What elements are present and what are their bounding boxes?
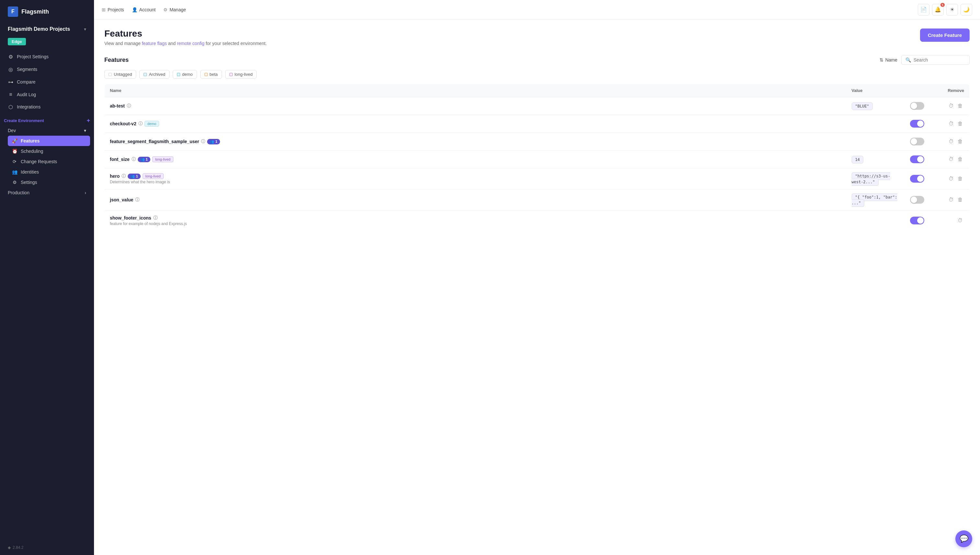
project-header[interactable]: Flagsmith Demo Projects ▾ [0,23,94,38]
hero-long-lived-tag[interactable]: long-lived [143,173,164,179]
hero-name[interactable]: hero [110,173,119,179]
show-footer-info-icon[interactable]: ⓘ [153,215,158,221]
sidebar-item-settings[interactable]: ⚙ Settings [8,177,90,188]
filter-tag-untagged[interactable]: Untagged [105,70,136,79]
production-env-label: Production [8,190,29,195]
json-value-delete-icon[interactable]: 🗑 [956,196,964,204]
segment-feature-toggle[interactable] [910,138,924,145]
sidebar-item-scheduling-label: Scheduling [21,149,43,154]
show-footer-name[interactable]: show_footer_icons [110,215,151,220]
ab-test-delete-icon[interactable]: 🗑 [956,102,964,110]
topnav-manage[interactable]: ⚙ Manage [163,6,186,14]
sidebar-app-name: Flagsmith [21,8,49,15]
topnav-account[interactable]: 👤 Account [132,6,156,14]
filter-tag-long-lived[interactable]: long-lived [225,70,257,79]
chat-button[interactable]: 💬 [955,530,972,547]
sidebar-item-scheduling[interactable]: ⏰ Scheduling [8,146,90,156]
features-table: Name Value Remove ab-test ⓘ [105,84,970,231]
show-footer-toggle[interactable] [910,217,924,225]
hero-actions-cell: ⏱ 🗑 [931,168,970,189]
ab-test-toggle[interactable] [910,102,924,110]
font-size-toggle-cell [905,151,931,168]
production-env-item[interactable]: Production › [4,188,90,198]
json-value-history-icon[interactable]: ⏱ [947,196,955,204]
json-value-toggle[interactable] [910,196,924,204]
json-value-info-icon[interactable]: ⓘ [135,197,139,203]
sidebar-item-compare[interactable]: ⊶ Compare [4,76,90,88]
sidebar-item-change-requests[interactable]: ⟳ Change Requests [8,156,90,167]
env-badge[interactable]: Edge [0,38,94,51]
font-size-segment-badge[interactable]: 👥 1 [138,157,150,162]
hero-delete-icon[interactable]: 🗑 [956,175,964,183]
font-size-delete-icon[interactable]: 🗑 [956,155,964,164]
segment-feature-badge[interactable]: 👥 1 [207,139,220,144]
notifications-button[interactable]: 🔔 5 [932,4,944,16]
font-size-history-icon[interactable]: ⏱ [947,155,955,164]
checkout-v2-name[interactable]: checkout-v2 [110,121,137,126]
feature-flags-link[interactable]: feature flags [142,41,167,46]
font-size-name[interactable]: font_size [110,157,130,162]
topnav-projects[interactable]: ⊞ Projects [102,6,124,14]
segment-feature-delete-icon[interactable]: 🗑 [956,137,964,146]
checkout-v2-toggle[interactable] [910,120,924,128]
filter-tag-demo[interactable]: demo [173,70,197,79]
show-footer-description: feature for example of nodejs and Expres… [110,221,841,226]
checkout-v2-demo-tag[interactable]: demo [145,121,159,127]
ab-test-name[interactable]: ab-test [110,103,125,109]
search-input[interactable] [914,57,966,63]
sidebar-item-segments[interactable]: ◎ Segments [4,63,90,76]
checkout-v2-delete-icon[interactable]: 🗑 [956,119,964,128]
dev-env-sub-items: 🚀 Features ⏰ Scheduling ⟳ Change Request… [4,136,90,188]
dev-env-item[interactable]: Dev ▾ [4,125,90,136]
table-row: ab-test ⓘ "BLUE" ⏱ [105,97,970,115]
feature-name: font_size ⓘ 👥 1 long-lived [110,156,841,162]
hero-segment-badge[interactable]: 👥 1 [128,173,140,179]
ab-test-actions-cell: ⏱ 🗑 [931,97,970,115]
sidebar-item-identities[interactable]: 👥 Identities [8,167,90,177]
ab-test-history-icon[interactable]: ⏱ [947,102,955,110]
ab-test-info-icon[interactable]: ⓘ [127,103,131,109]
integrations-icon: ⬡ [8,104,14,110]
hero-info-icon[interactable]: ⓘ [122,173,126,179]
features-icon: 🚀 [12,138,18,143]
create-environment-section[interactable]: Create Environment + [0,113,94,125]
json-value-name[interactable]: json_value [110,197,133,202]
sun-icon: ☀ [950,6,954,13]
sidebar-item-integrations[interactable]: ⬡ Integrations [4,101,90,113]
topnav-right: 📄 🔔 5 ☀ 🌙 [918,4,972,16]
theme-dark-button[interactable]: 🌙 [961,4,972,16]
doc-button[interactable]: 📄 [918,4,929,16]
sidebar-item-features[interactable]: 🚀 Features [8,136,90,146]
checkout-v2-info-icon[interactable]: ⓘ [138,121,143,127]
font-size-toggle-knob [917,156,924,162]
font-size-info-icon[interactable]: ⓘ [132,156,136,162]
font-size-toggle[interactable] [910,156,924,163]
hero-history-icon[interactable]: ⏱ [947,175,955,183]
long-lived-label: long-lived [235,72,253,77]
segment-feature-toggle-cell [905,133,931,151]
filter-tag-archived[interactable]: Archived [139,70,169,79]
filter-tag-beta[interactable]: beta [200,70,222,79]
sidebar-logo[interactable]: F Flagsmith [0,0,94,23]
segment-feature-info-icon[interactable]: ⓘ [201,139,205,144]
remote-config-link[interactable]: remote config [177,41,204,46]
hero-value-cell: "https://s3-us-west-2..." [846,168,905,189]
show-footer-history-icon[interactable]: ⏱ [956,216,964,225]
create-feature-button[interactable]: Create Feature [920,29,970,42]
segment-feature-history-icon[interactable]: ⏱ [947,137,955,146]
sidebar-item-audit-log[interactable]: ≡ Audit Log [4,88,90,101]
sidebar-item-project-settings[interactable]: ⚙ Project Settings [4,51,90,63]
checkout-v2-history-icon[interactable]: ⏱ [947,119,955,128]
hero-toggle[interactable] [910,175,924,183]
theme-light-button[interactable]: ☀ [946,4,958,16]
segment-feature-actions: ⏱ 🗑 [936,137,964,146]
logo-icon: F [8,6,18,17]
features-controls: ⇅ Name 🔍 [880,55,970,65]
account-user-icon: 👤 [132,7,137,12]
segment-feature-name[interactable]: feature_segment_flagsmith_sample_user [110,139,199,144]
sidebar-item-features-label: Features [21,138,40,143]
show-footer-actions: ⏱ [936,216,964,225]
sort-control[interactable]: ⇅ Name [880,57,897,63]
ab-test-toggle-knob [911,103,917,109]
font-size-long-lived-tag[interactable]: long-lived [152,156,174,162]
